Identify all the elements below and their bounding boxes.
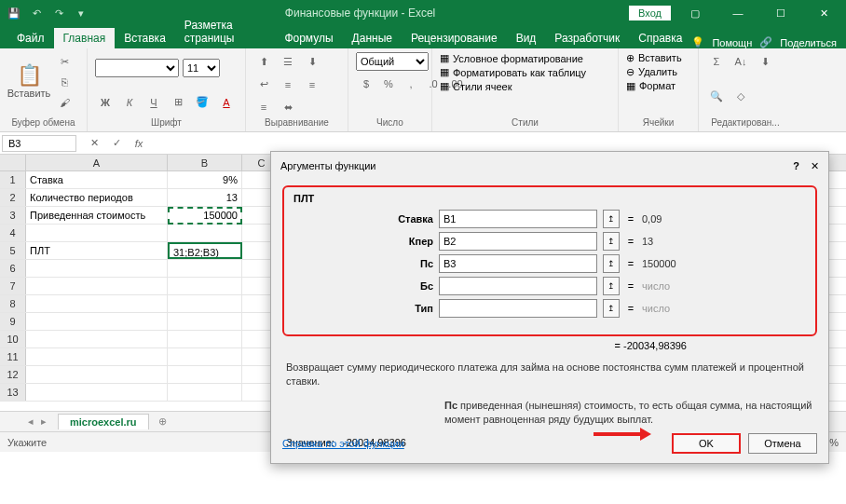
range-selector-icon[interactable]: ↥: [603, 254, 620, 273]
italic-icon[interactable]: К: [119, 93, 140, 112]
cell[interactable]: [26, 260, 168, 277]
align-middle-icon[interactable]: ☰: [278, 52, 298, 71]
merge-icon[interactable]: ⬌: [278, 98, 298, 116]
row-header[interactable]: 1: [0, 171, 26, 188]
arg-input[interactable]: [439, 277, 597, 295]
enter-formula-icon[interactable]: ✓: [106, 134, 127, 153]
qa-dropdown-icon[interactable]: ▾: [71, 3, 91, 23]
row-header[interactable]: 4: [0, 225, 26, 241]
row-header[interactable]: 2: [0, 189, 26, 206]
percent-icon[interactable]: %: [378, 75, 399, 93]
sort-icon[interactable]: A↓: [730, 52, 751, 71]
cell[interactable]: Количество периодов: [26, 189, 168, 206]
cell[interactable]: [26, 313, 168, 330]
tab-nav-next-icon[interactable]: ▸: [41, 415, 47, 428]
cell[interactable]: [168, 260, 242, 277]
range-selector-icon[interactable]: ↥: [603, 210, 620, 228]
bold-icon[interactable]: Ж: [95, 93, 116, 112]
cell[interactable]: [26, 295, 168, 312]
arg-input[interactable]: [439, 299, 597, 318]
wrap-text-icon[interactable]: ↩: [253, 75, 274, 94]
cell[interactable]: [168, 366, 242, 383]
paste-button[interactable]: 📋 Вставить: [7, 52, 50, 110]
name-box[interactable]: [2, 135, 76, 152]
arg-input[interactable]: [439, 210, 597, 228]
tab-layout[interactable]: Разметка страницы: [175, 15, 276, 48]
range-selector-icon[interactable]: ↥: [603, 232, 620, 251]
align-center-icon[interactable]: ≡: [302, 75, 322, 94]
tab-view[interactable]: Вид: [507, 28, 546, 48]
fx-icon[interactable]: fx: [129, 134, 149, 153]
row-header[interactable]: 5: [0, 242, 26, 259]
insert-cells-button[interactable]: ⊕Вставить: [626, 52, 682, 64]
share-icon[interactable]: 🔗: [759, 36, 772, 48]
range-selector-icon[interactable]: ↥: [603, 299, 620, 318]
cell[interactable]: [26, 225, 168, 241]
cell-styles-button[interactable]: ▦Стили ячеек: [440, 80, 512, 92]
comma-icon[interactable]: ,: [401, 75, 421, 93]
cut-icon[interactable]: ✂: [54, 52, 75, 71]
cell[interactable]: [26, 348, 168, 365]
copy-icon[interactable]: ⎘: [54, 73, 75, 91]
font-size-select[interactable]: 11: [183, 59, 220, 77]
cell[interactable]: [26, 384, 168, 401]
cell[interactable]: [168, 278, 242, 294]
tab-help[interactable]: Справка: [629, 28, 691, 48]
row-header[interactable]: 3: [0, 207, 26, 224]
cell[interactable]: 13: [168, 189, 242, 206]
row-header[interactable]: 12: [0, 366, 26, 383]
tab-formulas[interactable]: Формулы: [275, 28, 342, 48]
tab-dev[interactable]: Разработчик: [545, 28, 629, 48]
cell[interactable]: [168, 225, 242, 241]
col-header-b[interactable]: B: [168, 155, 242, 170]
cell[interactable]: [26, 331, 168, 347]
format-table-button[interactable]: ▦Форматировать как таблицу: [440, 66, 586, 78]
row-header[interactable]: 13: [0, 384, 26, 401]
border-icon[interactable]: ⊞: [168, 93, 188, 112]
cell[interactable]: [168, 295, 242, 312]
close-icon[interactable]: ✕: [805, 0, 842, 26]
range-selector-icon[interactable]: ↥: [603, 277, 620, 295]
tab-nav-prev-icon[interactable]: ◂: [28, 415, 34, 428]
minimize-icon[interactable]: ―: [719, 0, 757, 26]
col-header-a[interactable]: A: [26, 155, 168, 170]
tab-data[interactable]: Данные: [343, 28, 402, 48]
tab-review[interactable]: Рецензирование: [402, 28, 507, 48]
redo-icon[interactable]: ↷: [48, 3, 69, 23]
row-header[interactable]: 8: [0, 295, 26, 312]
cell[interactable]: [168, 313, 242, 330]
row-header[interactable]: 7: [0, 278, 26, 294]
cell[interactable]: [26, 278, 168, 294]
delete-cells-button[interactable]: ⊖Удалить: [626, 66, 677, 78]
clear-icon[interactable]: ◇: [730, 87, 751, 105]
tell-me-label[interactable]: Помощн: [712, 37, 752, 48]
arg-input[interactable]: [439, 254, 597, 273]
undo-icon[interactable]: ↶: [26, 3, 47, 23]
align-left-icon[interactable]: ≡: [278, 75, 298, 94]
cell[interactable]: [168, 384, 242, 401]
save-icon[interactable]: 💾: [4, 3, 24, 23]
fill-color-icon[interactable]: 🪣: [192, 93, 212, 112]
row-header[interactable]: 9: [0, 313, 26, 330]
row-header[interactable]: 10: [0, 331, 26, 347]
tab-home[interactable]: Главная: [54, 28, 116, 48]
find-icon[interactable]: 🔍: [706, 87, 727, 105]
dialog-help-icon[interactable]: ?: [793, 160, 799, 172]
align-right-icon[interactable]: ≡: [253, 98, 274, 116]
tab-file[interactable]: Файл: [7, 28, 54, 48]
cell[interactable]: [168, 331, 242, 347]
cell[interactable]: 9%: [168, 171, 242, 188]
cancel-button[interactable]: Отмена: [748, 433, 817, 454]
tab-insert[interactable]: Вставка: [115, 28, 175, 48]
fill-icon[interactable]: ⬇: [755, 52, 775, 71]
align-top-icon[interactable]: ⬆: [253, 52, 274, 71]
help-link[interactable]: Справка по этой функции: [282, 438, 404, 449]
arg-input[interactable]: [439, 232, 597, 251]
number-format-select[interactable]: Общий: [356, 52, 429, 71]
share-label[interactable]: Поделиться: [780, 37, 837, 48]
maximize-icon[interactable]: ☐: [762, 0, 799, 26]
formula-input[interactable]: [155, 142, 846, 145]
sheet-tab[interactable]: microexcel.ru: [58, 414, 149, 429]
ok-button[interactable]: OK: [672, 433, 741, 454]
format-cells-button[interactable]: ▦Формат: [626, 80, 675, 92]
